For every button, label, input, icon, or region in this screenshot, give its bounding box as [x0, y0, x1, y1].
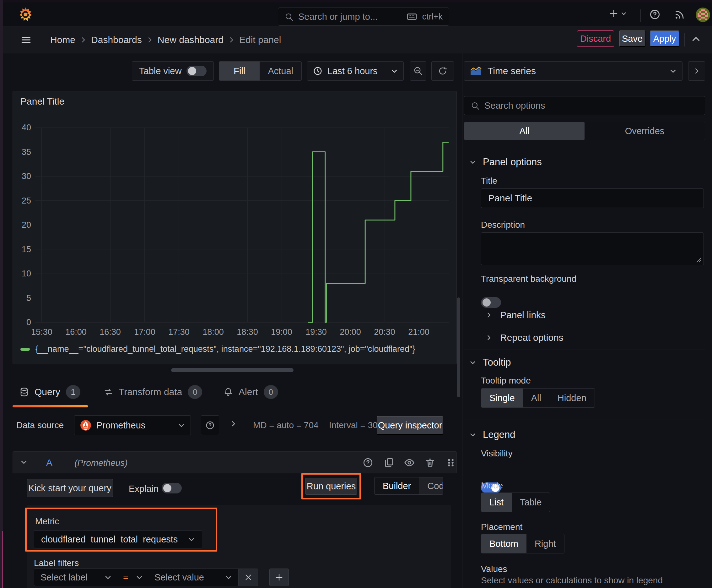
tooltip-mode-hidden[interactable]: Hidden [549, 388, 595, 407]
tab-alert-count: 0 [264, 385, 278, 399]
breadcrumb-bar: Home Dashboards New dashboard Edit panel… [3, 26, 712, 54]
desktop-edge-left [0, 0, 3, 588]
table-view-toggle[interactable] [187, 66, 207, 76]
run-queries-button[interactable]: Run queries [305, 478, 357, 495]
tab-overrides[interactable]: Overrides [585, 122, 705, 140]
select-value-dropdown[interactable]: Select value [148, 569, 239, 586]
resize-drag-handle[interactable] [171, 368, 294, 372]
resize-corner-icon[interactable] [695, 257, 702, 263]
options-search-input[interactable]: Search options [464, 96, 705, 115]
help-icon [205, 421, 215, 430]
repeat-options-label: Repeat options [500, 332, 563, 343]
tab-all[interactable]: All [464, 122, 585, 140]
chevron-up-icon [691, 35, 701, 44]
tab-alert[interactable]: Alert 0 [223, 385, 278, 399]
help-button[interactable] [649, 9, 661, 20]
panel-links-row[interactable]: Panel links [486, 310, 546, 320]
collapse-options-button[interactable] [688, 61, 705, 81]
label-filters-label: Label filters [34, 558, 79, 568]
save-button[interactable]: Save [619, 30, 645, 47]
placement-right[interactable]: Right [526, 534, 564, 553]
news-button[interactable] [674, 9, 685, 20]
toggle-visibility-button[interactable] [404, 457, 415, 468]
remove-filter-button[interactable] [239, 569, 258, 586]
fill-option[interactable]: Fill [219, 62, 260, 80]
delete-query-button[interactable] [425, 457, 435, 468]
legend-mode-table[interactable]: Table [512, 493, 550, 512]
x-axis-tick: 19:00 [264, 327, 299, 337]
nav-divider [641, 9, 641, 22]
time-series-chart[interactable]: 051015202530354015:3016:0016:3017:0017:3… [20, 128, 449, 360]
tab-alert-label: Alert [239, 387, 258, 397]
title-input[interactable]: Panel Title [481, 188, 704, 208]
add-filter-button[interactable] [269, 569, 289, 586]
fill-actual-group: Fill Actual [219, 61, 302, 81]
chevron-right-icon [486, 335, 492, 341]
chevron-down-icon [670, 67, 676, 75]
kick-start-button[interactable]: Kick start your query [27, 479, 113, 497]
expand-options-button[interactable] [230, 420, 237, 427]
grafana-logo[interactable] [18, 7, 33, 21]
explain-toggle[interactable] [162, 483, 182, 493]
builder-option[interactable]: Builder [374, 478, 419, 495]
select-value-placeholder: Select value [154, 572, 225, 583]
code-option[interactable]: Code [419, 478, 443, 495]
tooltip-mode-all[interactable]: All [523, 388, 549, 407]
datasource-picker[interactable]: Prometheus [74, 415, 191, 435]
legend-mode-list[interactable]: List [481, 493, 512, 512]
placement-bottom[interactable]: Bottom [481, 534, 526, 553]
avatar[interactable] [696, 7, 710, 22]
query-datasource-hint: (Prometheus) [74, 458, 128, 468]
query-row-header[interactable]: A (Prometheus) [13, 451, 457, 474]
actual-option[interactable]: Actual [260, 62, 301, 80]
collapse-header-button[interactable] [691, 35, 701, 44]
label-filter-row: Select label = Select value [34, 569, 289, 586]
chart-legend[interactable]: {__name__="cloudflared_tunnel_total_requ… [20, 344, 415, 354]
visualization-name: Time series [488, 66, 664, 76]
time-range-picker[interactable]: Last 6 hours [307, 61, 404, 81]
tab-transform[interactable]: Transform data 0 [104, 385, 202, 399]
operator-dropdown[interactable]: = [118, 569, 148, 586]
tab-query[interactable]: Query 1 [19, 385, 80, 399]
description-textarea[interactable] [481, 232, 704, 265]
y-axis-tick: 15 [20, 244, 31, 254]
chevron-down-icon [470, 432, 476, 438]
legend-header[interactable]: Legend [470, 429, 515, 440]
search-placeholder: Search or jump to... [298, 12, 402, 22]
chart-panel: Panel Title 051015202530354015:3016:0016… [13, 91, 457, 364]
drag-query-handle[interactable] [446, 457, 456, 468]
datasource-help-button[interactable] [201, 415, 219, 435]
breadcrumb-dashboards[interactable]: Dashboards [91, 35, 142, 45]
breadcrumb: Home Dashboards New dashboard Edit panel [50, 26, 281, 53]
discard-button[interactable]: Discard [577, 30, 614, 47]
query-help-button[interactable] [363, 457, 373, 468]
tab-query-label: Query [35, 387, 60, 397]
breadcrumb-home[interactable]: Home [50, 35, 75, 45]
chevron-right-icon [693, 67, 700, 75]
collapse-query-button[interactable] [20, 459, 27, 465]
eye-icon [404, 457, 415, 468]
add-button[interactable] [609, 9, 627, 18]
prometheus-icon [80, 420, 91, 431]
chevron-right-icon [486, 312, 492, 318]
x-axis-tick: 19:30 [299, 327, 333, 337]
breadcrumb-new-dashboard[interactable]: New dashboard [157, 35, 223, 45]
visualization-picker[interactable]: Time series [464, 61, 683, 81]
duplicate-query-button[interactable] [383, 457, 394, 468]
search-input[interactable]: Search or jump to... ctrl+k [278, 7, 449, 26]
query-inspector-button[interactable]: Query inspector [377, 416, 443, 435]
panel-options-header[interactable]: Panel options [470, 156, 542, 168]
tooltip-mode-single[interactable]: Single [481, 388, 523, 407]
section-divider [464, 350, 705, 350]
menu-button[interactable] [20, 35, 32, 45]
refresh-button[interactable] [431, 61, 454, 81]
select-label-dropdown[interactable]: Select label [34, 569, 118, 586]
tooltip-mode-label: Tooltip mode [481, 376, 531, 386]
tooltip-header[interactable]: Tooltip [470, 357, 511, 368]
top-nav: Search or jump to... ctrl+k [3, 2, 712, 26]
apply-button[interactable]: Apply [650, 30, 679, 47]
zoom-out-button[interactable] [410, 61, 426, 81]
repeat-options-row[interactable]: Repeat options [486, 332, 563, 343]
scrollbar-thumb[interactable] [457, 297, 460, 397]
query-ref-id[interactable]: A [46, 457, 52, 468]
